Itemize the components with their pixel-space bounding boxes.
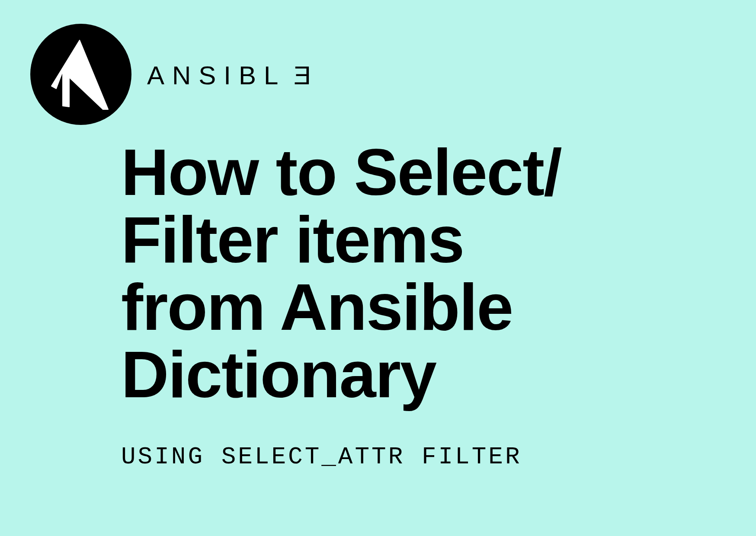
ansible-logo-icon bbox=[48, 38, 113, 111]
page-title: How to Select/ Filter items from Ansible… bbox=[121, 138, 561, 408]
title-line-2: Filter items bbox=[121, 202, 464, 276]
title-line-1: How to Select/ bbox=[121, 135, 561, 209]
page-subtitle: USING SELECT_ATTR FILTER bbox=[121, 443, 522, 471]
brand-text: ANSIBL bbox=[147, 61, 286, 90]
title-line-3: from Ansible bbox=[121, 270, 513, 344]
ansible-logo bbox=[30, 24, 131, 125]
title-line-4: Dictionary bbox=[121, 337, 436, 411]
brand-name: ANSIBLE bbox=[147, 61, 311, 90]
brand-text-mirrored-e: E bbox=[286, 61, 311, 90]
